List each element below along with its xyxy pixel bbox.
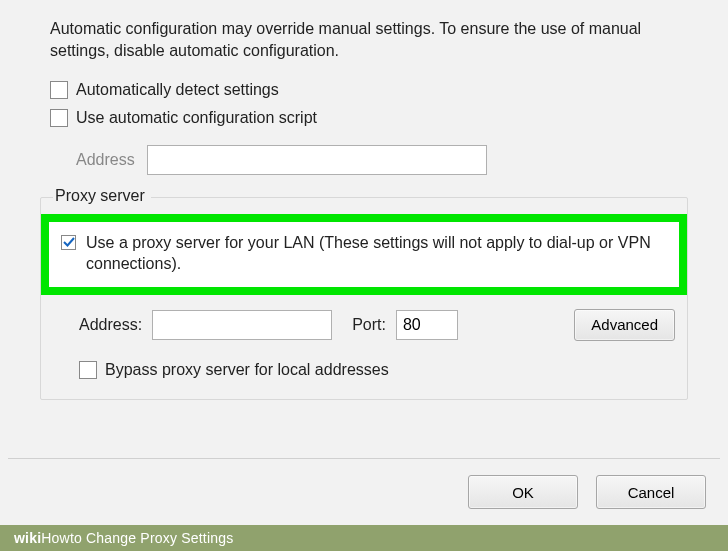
proxy-address-input[interactable] xyxy=(152,310,332,340)
bypass-label: Bypass proxy server for local addresses xyxy=(105,361,389,379)
proxy-server-legend: Proxy server xyxy=(53,187,151,205)
proxy-address-row: Address: Port: Advanced xyxy=(79,309,675,341)
script-address-row: Address xyxy=(76,145,688,175)
bypass-checkbox[interactable] xyxy=(79,361,97,379)
wikihow-watermark: wikiHow to Change Proxy Settings xyxy=(0,525,728,551)
use-proxy-row[interactable]: Use a proxy server for your LAN (These s… xyxy=(61,232,663,275)
wikihow-brand: wikiHow xyxy=(14,530,70,546)
ok-button[interactable]: OK xyxy=(468,475,578,509)
cancel-button[interactable]: Cancel xyxy=(596,475,706,509)
proxy-server-fieldset: Proxy server Use a proxy server for your… xyxy=(40,197,688,400)
auto-detect-row[interactable]: Automatically detect settings xyxy=(50,81,688,99)
advanced-button[interactable]: Advanced xyxy=(574,309,675,341)
use-script-label: Use automatic configuration script xyxy=(76,109,317,127)
auto-detect-checkbox[interactable] xyxy=(50,81,68,99)
proxy-address-label: Address: xyxy=(79,316,142,334)
use-proxy-label: Use a proxy server for your LAN (These s… xyxy=(86,232,663,275)
auto-config-info: Automatic configuration may override man… xyxy=(50,18,688,63)
use-script-checkbox[interactable] xyxy=(50,109,68,127)
use-proxy-checkbox[interactable] xyxy=(61,235,76,250)
bypass-row[interactable]: Bypass proxy server for local addresses xyxy=(79,361,675,379)
auto-detect-label: Automatically detect settings xyxy=(76,81,279,99)
auto-config-section: Automatic configuration may override man… xyxy=(40,0,688,175)
dialog-separator xyxy=(8,458,720,459)
proxy-port-input[interactable] xyxy=(396,310,458,340)
wikihow-caption: to Change Proxy Settings xyxy=(70,530,234,546)
proxy-port-label: Port: xyxy=(352,316,386,334)
use-proxy-highlight: Use a proxy server for your LAN (These s… xyxy=(41,214,687,295)
script-address-label: Address xyxy=(76,151,135,169)
use-script-row[interactable]: Use automatic configuration script xyxy=(50,109,688,127)
dialog-button-bar: OK Cancel xyxy=(468,475,706,509)
lan-settings-dialog: Automatic configuration may override man… xyxy=(0,0,728,400)
script-address-input[interactable] xyxy=(147,145,487,175)
